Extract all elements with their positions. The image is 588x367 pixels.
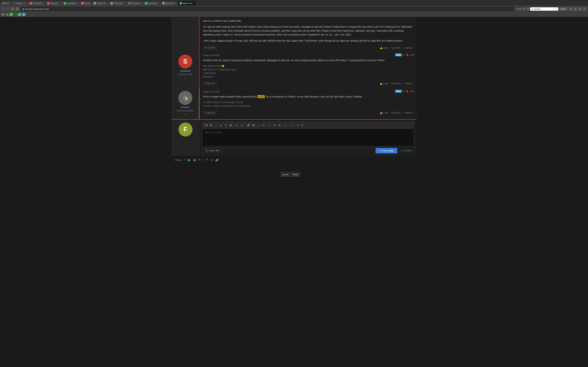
ext-4-icon[interactable]: ⬛ (14, 13, 17, 16)
post-19-quote-button[interactable]: ❝ QUOTE (391, 47, 401, 49)
post-21-bookmark-icon[interactable]: 🔖 (406, 90, 409, 92)
extensions-button[interactable]: ⬇ (569, 7, 572, 11)
toolbar-redo-button[interactable]: ↪ (289, 123, 293, 128)
tab-nyt[interactable]: N NYT (1, 1, 11, 6)
preview-button[interactable]: ◎ Preview (399, 148, 414, 153)
post-20-like-button[interactable]: 👍 LIKE (380, 82, 388, 85)
find-prev-button[interactable]: ‹ (523, 7, 526, 10)
post-20-reply-button[interactable]: ↩ REPLY (403, 82, 413, 85)
ext-3-icon[interactable]: G (9, 13, 13, 16)
toolbar-font-size-down-button[interactable]: A↓ (235, 123, 239, 128)
tab-rituximab[interactable]: W Rituximab... (126, 1, 143, 6)
tab-overview-button[interactable]: ⧉ (16, 7, 19, 11)
preview-icon: ◎ (401, 149, 403, 152)
toolbar-align-button[interactable]: ≡ (268, 123, 272, 128)
tab-jalopnik[interactable]: J Jalopnik |... (45, 1, 62, 6)
back-button[interactable]: ‹ (1, 7, 5, 11)
find-done-button[interactable]: Done (559, 7, 568, 11)
tab-favicon-safari: S (180, 2, 182, 5)
post-21-quote-button[interactable]: ❝ QUOTE (391, 111, 401, 114)
post-21-like-button[interactable]: 👍 LIKE (380, 111, 388, 114)
toolbar-eraser-button[interactable]: ⌫ (204, 123, 208, 128)
post-20-bookmark-icon[interactable]: 🔖 (406, 53, 409, 56)
post-21-username[interactable]: revenire (181, 106, 190, 108)
post-20-username[interactable]: strawbale (180, 70, 190, 72)
tab-safari-13[interactable]: S Safari 13 is... (178, 1, 196, 6)
forward-button[interactable]: › (6, 7, 10, 11)
tab-impossible[interactable]: G Impossible... (62, 1, 79, 6)
find-input-wrapper: 🔍 ✕ (530, 7, 558, 11)
reload-button[interactable]: ↻ (11, 7, 15, 11)
popup-quote-option[interactable]: Quote (282, 173, 288, 176)
post-21-number: #21 (410, 90, 414, 92)
post-reply-button[interactable]: ↩ Post reply (376, 148, 397, 153)
toolbar-undo-button[interactable]: ↩ (284, 123, 288, 128)
share-whatsapp-icon[interactable]: 📱 (205, 158, 209, 162)
find-input[interactable] (534, 8, 555, 10)
share-button[interactable]: ⬆ (578, 7, 582, 11)
toolbar-underline-button[interactable]: U (219, 123, 223, 128)
settings-button[interactable]: ⚙ (573, 7, 577, 11)
popup-reply-option[interactable]: Reply (293, 173, 298, 176)
share-email-icon[interactable]: ✉ (211, 158, 213, 162)
share-facebook-icon[interactable]: f (184, 158, 185, 162)
post-20-share-icon[interactable]: ⎙ (403, 53, 405, 56)
toolbar-emoji-button[interactable]: ☺ (256, 123, 260, 128)
tab-cancer[interactable]: C Cancer dr... (92, 1, 109, 6)
share-twitter-icon[interactable]: 🐦 (187, 158, 191, 162)
toolbar-link-button[interactable]: 🔗 (246, 123, 251, 128)
share-pinterest-icon[interactable]: P (199, 158, 200, 162)
post-20-expand-icon[interactable]: ▾ (185, 77, 186, 80)
post-21-expand-icon[interactable]: ▾ (185, 113, 186, 116)
toolbar-bold-button[interactable]: B (209, 123, 213, 128)
editor-body[interactable]: Write your reply... (202, 129, 414, 146)
find-match-count: 1 match (515, 8, 523, 10)
toolbar-font-size-up-button[interactable]: A↑ (240, 123, 244, 128)
flag-icon: ⚑ (205, 47, 207, 49)
share-link-icon[interactable]: 🔗 (215, 158, 219, 162)
share-reddit-icon[interactable]: 👾 (193, 158, 196, 162)
toolbar-image-button[interactable]: 🖼 (251, 123, 256, 128)
tab-iphone[interactable]: 📱 iPhone - I... (11, 1, 28, 6)
find-clear-icon[interactable]: ✕ (556, 8, 557, 10)
tab-why-are-p[interactable]: S Why Are P... (160, 1, 178, 6)
toolbar-settings-button[interactable]: ⚙ (300, 123, 304, 128)
post-19-text3: I don't really suggest doing it my way. … (203, 39, 413, 43)
post-21-reply-button[interactable]: ↩ REPLY (403, 111, 413, 114)
ext-6-icon[interactable]: W (22, 13, 26, 16)
post-20-actions: 👍 LIKE ❝ QUOTE ↩ REPLY (380, 82, 413, 85)
reply-editor-main: ⌫ B I U S ◉ A↓ A↑ 🔗 🖼 ☺ ••• ≡ ☰ ⊞ ↩ (199, 120, 416, 156)
share-tumblr-icon[interactable]: t (202, 158, 203, 162)
find-bar: 1 match ‹ › 🔍 ✕ Done (515, 7, 568, 11)
toolbar-strikethrough-button[interactable]: S (224, 123, 228, 128)
tab-trajectories[interactable]: A Trajectorie... (109, 1, 126, 6)
tab-favicon-nyt: N (2, 2, 5, 5)
address-bar[interactable]: 🔒 forums.macrumors.com (20, 7, 514, 11)
toolbar-highlight-button[interactable]: ◉ (228, 123, 233, 128)
add-bookmark-button[interactable]: + (583, 7, 587, 11)
tab-powerbook[interactable]: P PowerBoo... (28, 1, 45, 6)
tab-prescription[interactable]: P prescriptio... (143, 1, 160, 6)
tab-reddit[interactable]: R Reddit (79, 1, 92, 6)
ext-2-icon[interactable]: ⊙ (5, 13, 9, 16)
browser-toolbar: ‹ › ↻ ⧉ 🔒 forums.macrumors.com 1 match ‹… (0, 6, 588, 12)
toolbar-table-button[interactable]: ⊞ (277, 123, 282, 128)
post-19-like-button[interactable]: 👍 LIKE (380, 47, 388, 49)
toolbar-list-button[interactable]: ☰ (272, 123, 277, 128)
post-21-share-icon[interactable]: ⎙ (403, 90, 405, 92)
post-20-quote-button[interactable]: ❝ QUOTE (391, 82, 401, 85)
attach-files-button[interactable]: 📎 Attach files (202, 148, 223, 153)
post-19-reply-button[interactable]: ↩ REPLY (403, 47, 413, 49)
reply-editor-sidebar: F (172, 120, 199, 156)
ext-5-icon[interactable]: G (18, 13, 21, 16)
post-19-report-button[interactable]: ⚑ REPORT (203, 46, 217, 50)
post-20-report-button[interactable]: ⚑ REPORT (203, 82, 217, 85)
toolbar-italic-button[interactable]: I (214, 123, 218, 128)
page-content: now in a, shall we say, invalid state. S… (172, 17, 416, 165)
post-21-footer: ⚑ REPORT 👍 LIKE ❝ QUOTE ↩ REPLY (203, 109, 413, 115)
post-21-report-button[interactable]: ⚑ REPORT (203, 111, 217, 115)
toolbar-more-button[interactable]: ••• (261, 123, 266, 128)
ext-1-icon[interactable]: ⊕ (1, 13, 5, 16)
toolbar-indent-button[interactable]: ⇥ (295, 123, 300, 128)
find-next-button[interactable]: › (527, 7, 529, 10)
